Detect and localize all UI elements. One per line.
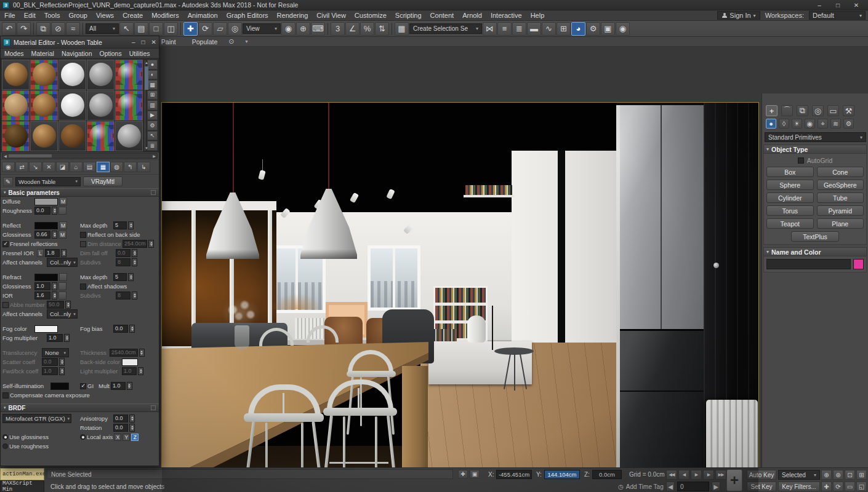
material-sample-slot[interactable] <box>30 60 58 90</box>
pan-icon[interactable]: ✚ <box>821 482 832 491</box>
rendered-frame-window-icon[interactable]: ▣ <box>601 22 615 36</box>
eye-icon[interactable]: ⊙ <box>228 38 234 46</box>
object-type-button[interactable]: TextPlus <box>791 231 839 242</box>
space-warps-category-icon[interactable]: ≋ <box>830 119 841 129</box>
object-type-rollout-header[interactable]: ▾Object Type <box>763 145 867 154</box>
bind-to-space-warp-icon[interactable]: ≈ <box>66 22 80 36</box>
sign-in-button[interactable]: Sign In ▾ <box>717 11 760 20</box>
menu-item[interactable]: File <box>0 10 20 21</box>
roughness-spinner[interactable] <box>52 207 57 215</box>
roughness-map-button[interactable] <box>58 207 66 215</box>
reset-map-icon[interactable]: ✕ <box>42 162 55 172</box>
select-and-rotate-icon[interactable]: ⟳ <box>198 22 212 36</box>
show-map-in-viewport-icon[interactable]: ▦ <box>97 162 110 172</box>
minimize-button[interactable]: – <box>810 1 829 10</box>
material-sample-slot[interactable] <box>58 60 86 90</box>
spinner[interactable] <box>129 424 135 432</box>
abbe-number-field[interactable]: 50.0 <box>47 301 64 309</box>
geometry-category-icon[interactable]: ● <box>766 119 776 129</box>
object-type-button[interactable]: Box <box>766 167 814 177</box>
spinner-snap-toggle-icon[interactable]: ⇅ <box>375 22 389 36</box>
reflect-max-depth-field[interactable]: 5 <box>113 221 127 229</box>
menu-item[interactable]: Customize <box>350 10 391 21</box>
axis-z-button[interactable]: Z <box>131 434 139 441</box>
put-to-library-icon[interactable]: ⌂ <box>70 162 82 172</box>
rectangular-selection-region-icon[interactable]: □ <box>149 22 163 36</box>
scroll-down-icon[interactable]: ▼ <box>144 146 149 151</box>
ior-map-button[interactable] <box>58 292 66 300</box>
material-editor-titlebar[interactable]: 3 Material Editor - Wooden Table – □ ✕ <box>1 36 159 49</box>
anisotropy-field[interactable]: 0.0 <box>113 415 128 423</box>
shapes-category-icon[interactable]: ◊ <box>779 119 789 129</box>
refract-map-button[interactable] <box>59 273 67 281</box>
select-and-place-icon[interactable]: ◎ <box>228 22 242 36</box>
go-to-parent-icon[interactable]: ↰ <box>124 162 137 172</box>
primitive-category-dropdown[interactable]: Standard Primitives <box>765 132 866 142</box>
material-type-button[interactable]: VRayMtl <box>83 177 123 186</box>
menu-item[interactable]: Civil View <box>312 10 350 21</box>
utilities-tab-icon[interactable]: ⚒ <box>843 105 854 116</box>
mirror-icon[interactable]: ⋈ <box>483 22 497 36</box>
window-crossing-toggle-icon[interactable]: ◫ <box>164 22 178 36</box>
diffuse-color-swatch[interactable] <box>34 198 58 205</box>
dim-falloff-field[interactable]: 0.0 <box>116 249 131 257</box>
spinner[interactable] <box>59 358 65 366</box>
refract-affect-channels-dropdown[interactable]: Col...nly <box>47 309 78 319</box>
spinner[interactable] <box>128 273 134 281</box>
ribbon-tab[interactable]: t Paint <box>158 38 176 46</box>
zoom-region-icon[interactable]: ▭ <box>845 482 855 491</box>
backlight-icon[interactable]: ◐ <box>147 70 158 80</box>
object-type-button[interactable]: Sphere <box>766 180 814 190</box>
material-sample-slot[interactable] <box>115 90 143 121</box>
affect-channels-dropdown[interactable]: Col...nly <box>47 258 78 267</box>
material-sample-slot[interactable] <box>58 121 86 151</box>
use-glossiness-radio[interactable] <box>2 434 8 440</box>
material-sample-slot[interactable] <box>87 60 115 90</box>
material-sample-slot[interactable] <box>2 60 30 90</box>
listener-tab[interactable]: actionMan.exe <box>0 468 44 480</box>
basic-parameters-rollout-header[interactable]: ▾Basic parameters <box>1 188 159 197</box>
object-type-button[interactable]: Cylinder <box>766 192 814 203</box>
spinner[interactable] <box>138 367 143 375</box>
spinner[interactable] <box>64 334 70 342</box>
object-color-swatch[interactable] <box>853 259 864 269</box>
menu-item[interactable]: Animation <box>183 10 222 21</box>
material-name-dropdown[interactable]: Wooden Table <box>15 177 81 186</box>
perspective-viewport[interactable] <box>162 103 758 492</box>
menu-item[interactable]: Arnold <box>458 10 486 21</box>
autogrid-checkbox[interactable] <box>798 157 804 164</box>
scrollbar-thumb[interactable] <box>145 66 148 90</box>
rotation-field[interactable]: 0.0 <box>113 424 128 432</box>
orbit-icon[interactable]: ⟳ <box>833 482 843 491</box>
zoom-all-icon[interactable]: ⊛ <box>833 470 843 480</box>
material-sample-slot[interactable] <box>30 121 58 151</box>
ior-field[interactable]: 1.6 <box>34 292 50 300</box>
put-material-to-scene-icon[interactable]: ⇄ <box>15 162 28 172</box>
local-axis-radio[interactable] <box>80 434 86 440</box>
material-editor-menu-item[interactable]: Navigation <box>58 48 96 58</box>
material-editor-menu-item[interactable]: Modes <box>1 48 28 58</box>
menu-item[interactable]: Modifiers <box>147 10 183 21</box>
scrollbar-thumb[interactable] <box>9 154 52 157</box>
me-close-button[interactable]: ✕ <box>151 39 156 46</box>
material-editor-menu-item[interactable]: Options <box>96 48 126 58</box>
refract-glossiness-field[interactable]: 1.0 <box>34 282 50 290</box>
reflect-color-swatch[interactable] <box>34 222 58 229</box>
fresnel-ior-field[interactable]: 1.8 <box>45 249 60 257</box>
motion-tab-icon[interactable]: ◎ <box>812 105 824 116</box>
pick-material-icon[interactable]: ✎ <box>3 177 13 186</box>
dim-distance-field[interactable]: 254.0cm <box>123 240 148 248</box>
maxscript-mini-listener-tab[interactable]: MAXScript Min <box>0 480 44 492</box>
name-color-rollout-header[interactable]: ▾Name and Color <box>763 247 867 256</box>
make-material-copy-icon[interactable]: ◪ <box>56 162 69 172</box>
menu-item[interactable]: Group <box>64 10 92 21</box>
refract-subdivs-field[interactable]: 8 <box>116 292 131 300</box>
roughness-field[interactable]: 0.0 <box>34 207 50 215</box>
spinner[interactable] <box>61 249 66 257</box>
close-button[interactable]: ✕ <box>847 1 866 10</box>
modify-tab-icon[interactable]: ⌒ <box>781 105 793 116</box>
material-editor-icon[interactable]: ◕ <box>571 22 585 36</box>
affect-shadows-checkbox[interactable] <box>80 284 86 290</box>
material-editor-menu-item[interactable]: Utilities <box>126 48 154 58</box>
render-production-icon[interactable]: ◉ <box>616 22 630 36</box>
